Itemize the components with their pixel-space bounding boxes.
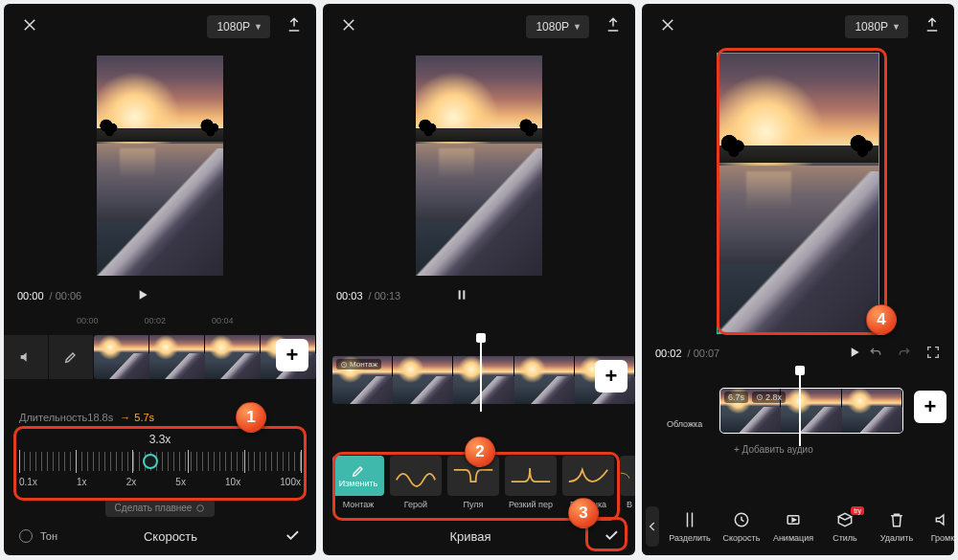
clip-speed: 2.8x — [752, 392, 786, 403]
close-icon[interactable] — [659, 16, 676, 37]
svg-point-0 — [197, 504, 204, 511]
cover-label[interactable]: Обложка — [667, 419, 702, 429]
timeline-ruler: 00:0000:0200:04 — [4, 314, 316, 327]
tool-style[interactable]: try Стиль — [820, 510, 870, 543]
fullscreen-icon[interactable] — [925, 345, 941, 362]
panel-title: Кривая — [449, 529, 490, 544]
smooth-button[interactable]: Сделать плавнее — [105, 499, 216, 517]
mute-icon[interactable] — [4, 335, 48, 379]
export-icon[interactable] — [285, 16, 303, 37]
try-badge: try — [851, 506, 864, 515]
confirm-icon[interactable] — [284, 526, 301, 547]
timeline-clip[interactable]: Монтаж — [332, 356, 635, 404]
timeline-clip[interactable]: 6.7s 2.8x — [720, 389, 902, 433]
confirm-icon[interactable] — [603, 526, 620, 547]
time-current: 00:02 — [655, 347, 682, 359]
export-icon[interactable] — [924, 16, 941, 37]
playhead[interactable] — [799, 370, 801, 446]
clip-duration: 6.7s — [724, 392, 748, 403]
add-clip-button[interactable]: + — [276, 339, 308, 371]
annotation-badge: 3 — [568, 498, 599, 528]
add-clip-button[interactable]: + — [595, 360, 627, 392]
slider-thumb[interactable] — [143, 454, 158, 469]
pause-icon[interactable] — [406, 287, 469, 304]
time-current: 00:00 — [17, 290, 44, 302]
curve-label: Монтаж — [343, 500, 375, 509]
time-total: / 00:07 — [688, 347, 720, 359]
tool-animation[interactable]: Анимация — [768, 510, 818, 543]
resolution-button[interactable]: 1080P ▼ — [207, 15, 270, 38]
speed-stops: 0.1x1x 2x5x 10x100x — [19, 477, 301, 487]
speed-value: 3.3x — [19, 433, 301, 446]
play-icon[interactable] — [87, 287, 150, 304]
curve-preset[interactable]: Герой — [390, 456, 442, 509]
add-audio-button[interactable]: + Добавить аудио — [642, 440, 954, 455]
close-icon[interactable] — [340, 16, 357, 37]
video-preview[interactable] — [718, 54, 878, 333]
redo-icon[interactable] — [897, 345, 912, 362]
curve-preset[interactable]: Резкий пер — [505, 456, 557, 509]
tool-volume[interactable]: Громк — [924, 510, 954, 543]
close-icon[interactable] — [21, 16, 38, 37]
annotation-badge: 1 — [236, 402, 266, 433]
curve-preset[interactable]: В — [620, 456, 635, 509]
tool-speed[interactable]: Скорость — [717, 510, 766, 543]
curve-edit[interactable]: Изменить Монтаж — [332, 456, 384, 509]
svg-rect-1 — [459, 290, 461, 299]
undo-icon[interactable] — [868, 345, 883, 362]
resolution-button[interactable]: 1080P▼ — [845, 15, 908, 38]
speed-slider[interactable] — [19, 452, 301, 471]
annotation-badge: 4 — [866, 304, 897, 335]
resolution-label: 1080P — [217, 20, 250, 34]
time-total: / 00:13 — [369, 290, 401, 302]
tone-toggle[interactable]: Тон — [19, 529, 57, 543]
svg-rect-2 — [464, 290, 466, 299]
panel-title: Скорость — [144, 529, 197, 544]
resolution-button[interactable]: 1080P▼ — [526, 15, 589, 38]
edit-icon[interactable] — [49, 335, 93, 379]
back-icon[interactable] — [646, 506, 659, 547]
video-preview[interactable] — [416, 56, 542, 276]
annotation-badge: 2 — [465, 437, 495, 467]
export-icon[interactable] — [604, 16, 622, 37]
video-preview[interactable] — [97, 56, 223, 276]
time-current: 00:03 — [336, 290, 363, 302]
time-total: / 00:06 — [50, 290, 82, 302]
play-icon[interactable] — [841, 345, 862, 362]
add-clip-button[interactable]: + — [914, 391, 947, 423]
playhead[interactable] — [480, 337, 482, 412]
tool-delete[interactable]: Удалить — [872, 510, 922, 543]
chevron-down-icon: ▼ — [254, 22, 262, 32]
tool-split[interactable]: Разделить — [665, 510, 715, 543]
